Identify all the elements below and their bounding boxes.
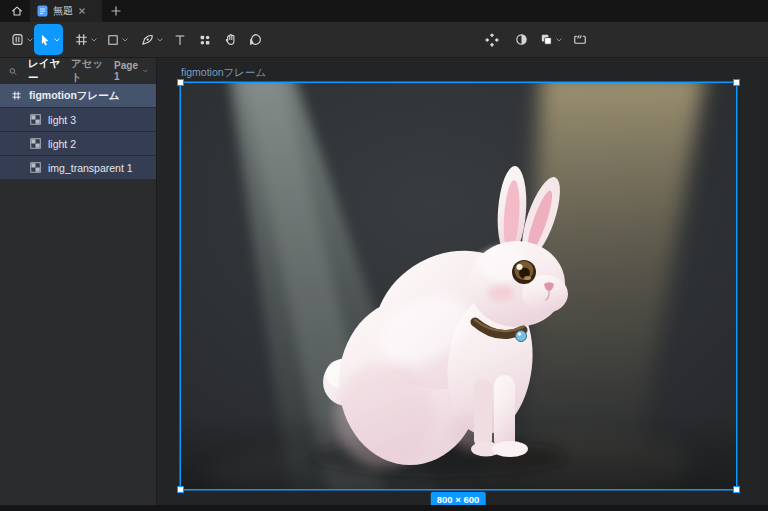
layer-row-frame[interactable]: figmotionフレーム (0, 84, 156, 107)
home-icon (10, 4, 24, 18)
hand-tool-button[interactable] (217, 24, 243, 55)
chevron-down-icon (556, 38, 562, 42)
plus-icon (111, 6, 121, 16)
close-icon[interactable] (78, 7, 86, 15)
frame-name-label[interactable]: figmotionフレーム (181, 66, 266, 80)
tab-layers[interactable]: レイヤー (28, 57, 61, 85)
file-tab[interactable]: 無題 (30, 0, 102, 22)
main-menu-button[interactable] (6, 24, 36, 55)
text-T-icon (173, 33, 187, 47)
rectangle-icon (106, 33, 120, 47)
figma-app-window: 無題 (0, 0, 768, 511)
window-bottom-edge (0, 505, 768, 511)
chevron-down-icon (91, 38, 97, 42)
shape-tool-button[interactable] (102, 24, 132, 55)
frame-tool-button[interactable] (70, 24, 100, 55)
selection-handle-top-right[interactable] (733, 79, 740, 86)
panel-tab-bar: レイヤー アセット Page 1 (0, 58, 156, 84)
selected-frame[interactable] (181, 83, 736, 489)
chevron-down-icon (54, 38, 60, 42)
boolean-squares-icon (539, 32, 554, 47)
image-layer-icon (30, 114, 41, 125)
new-tab-button[interactable] (106, 2, 126, 20)
chevron-down-icon (157, 38, 163, 42)
frame-hash-icon (74, 32, 89, 47)
selection-handle-bottom-left[interactable] (177, 486, 184, 493)
mask-button[interactable] (508, 24, 534, 55)
text-tool-button[interactable] (167, 24, 193, 55)
layer-row-img-transparent[interactable]: img_transparent 1 (0, 156, 156, 179)
selection-handle-bottom-right[interactable] (733, 486, 740, 493)
selection-handle-top-left[interactable] (177, 79, 184, 86)
canvas-viewport[interactable]: figmotionフレーム (157, 58, 768, 505)
pen-tool-button[interactable] (136, 24, 166, 55)
frame-hash-icon (11, 90, 22, 101)
component-button[interactable] (478, 24, 506, 55)
layers-panel: レイヤー アセット Page 1 figmotionフレーム light 3 (0, 58, 157, 505)
cursor-icon (38, 32, 52, 47)
layer-row-light2[interactable]: light 2 (0, 132, 156, 155)
window-tab-bar: 無題 (0, 0, 768, 22)
boolean-button[interactable] (535, 24, 566, 55)
layer-label: light 2 (48, 138, 76, 150)
page-selector-label: Page 1 (114, 60, 139, 82)
tab-assets[interactable]: アセット (71, 57, 104, 85)
comment-tool-button[interactable] (242, 24, 268, 55)
chevron-down-icon (122, 38, 128, 42)
hand-icon (223, 32, 238, 47)
search-icon[interactable] (8, 65, 18, 78)
layer-label: light 3 (48, 114, 76, 126)
rabbit-spotlight-illustration (181, 83, 736, 489)
pen-icon (140, 32, 155, 47)
main-toolbar (0, 22, 768, 58)
apps-grid-icon (198, 33, 212, 47)
tab-title: 無題 (53, 4, 73, 18)
image-layer-icon (30, 162, 41, 173)
comment-bubble-icon (248, 32, 263, 47)
component-diamonds-icon (484, 32, 500, 48)
selection-size-badge: 800 × 600 (431, 492, 486, 505)
figma-menu-icon (10, 32, 25, 47)
move-tool-button[interactable] (34, 24, 63, 55)
actions-button[interactable] (192, 24, 218, 55)
layer-row-light3[interactable]: light 3 (0, 108, 156, 131)
image-layer-icon (30, 138, 41, 149)
dev-mode-button[interactable] (567, 24, 593, 55)
layer-label: figmotionフレーム (29, 89, 120, 103)
home-button[interactable] (6, 2, 28, 20)
page-selector[interactable]: Page 1 (114, 60, 148, 82)
design-file-icon (37, 5, 48, 17)
chevron-down-icon (143, 69, 148, 73)
chevron-down-icon (27, 38, 33, 42)
mask-half-circle-icon (514, 32, 529, 47)
layer-label: img_transparent 1 (48, 162, 133, 174)
dev-mode-brackets-icon (572, 32, 588, 47)
